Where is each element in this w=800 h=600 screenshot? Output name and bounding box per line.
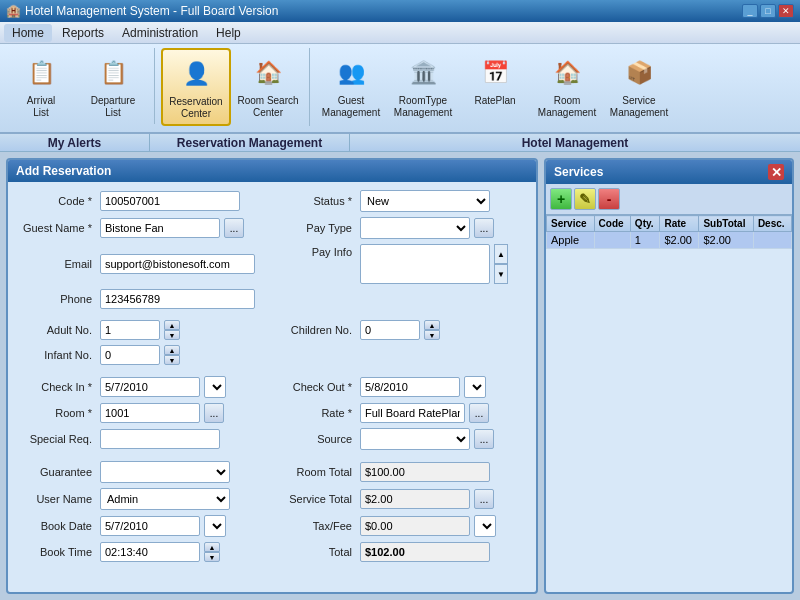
check-in-input[interactable] [100, 377, 200, 397]
guest-name-label: Guest Name * [16, 222, 96, 234]
infant-no-input[interactable] [100, 345, 160, 365]
toolbar: 📋 ArrivalList 📋 DepartureList 👤 Reservat… [0, 44, 800, 134]
services-table: Service Code Qty. Rate SubTotal Desc. Ap… [546, 215, 792, 592]
menu-help[interactable]: Help [208, 24, 249, 42]
add-reservation-title-text: Add Reservation [16, 164, 111, 178]
book-date-input[interactable] [100, 516, 200, 536]
infant-no-label: Infant No. [16, 349, 96, 361]
rateplan-label: RatePlan [474, 95, 515, 107]
book-time-spinner: ▲ ▼ [204, 542, 220, 562]
status-select[interactable]: New Confirmed Cancelled [360, 190, 490, 212]
booktime-col: Book Time ▲ ▼ [16, 542, 268, 562]
arrival-list-button[interactable]: 📋 ArrivalList [6, 48, 76, 124]
guarantee-select[interactable] [100, 461, 230, 483]
infant-no-spinner: ▲ ▼ [164, 345, 180, 365]
room-management-button[interactable]: 🏠 RoomManagement [532, 48, 602, 124]
adult-no-label: Adult No. [16, 324, 96, 336]
pay-type-browse-button[interactable]: ... [474, 218, 494, 238]
source-select[interactable] [360, 428, 470, 450]
rate-input[interactable] [360, 403, 465, 423]
service-total-browse-button[interactable]: ... [474, 489, 494, 509]
infant-no-up[interactable]: ▲ [164, 345, 180, 355]
roomtype-management-icon: 🏛️ [403, 53, 443, 93]
pay-info-scroll-up[interactable]: ▲ [494, 244, 508, 264]
close-button[interactable]: ✕ [778, 4, 794, 18]
room-management-icon: 🏠 [547, 53, 587, 93]
tax-fee-label: Tax/Fee [276, 520, 356, 532]
pay-type-select[interactable] [360, 217, 470, 239]
maximize-button[interactable]: □ [760, 4, 776, 18]
adult-no-input[interactable] [100, 320, 160, 340]
services-title-bar: Services ✕ [546, 160, 792, 184]
departure-list-icon: 📋 [93, 53, 133, 93]
adult-no-down[interactable]: ▼ [164, 330, 180, 340]
bookdate-col: Book Date [16, 515, 268, 537]
services-title-text: Services [554, 165, 603, 179]
toolbar-group-alerts: 📋 ArrivalList 📋 DepartureList [6, 48, 155, 124]
room-search-icon: 🏠 [248, 53, 288, 93]
paytype-col: Pay Type ... [276, 217, 528, 239]
phone-input[interactable] [100, 289, 255, 309]
rateplan-button[interactable]: 📅 RatePlan [460, 48, 530, 112]
booktime-total-row: Book Time ▲ ▼ Total [16, 542, 528, 562]
reservation-center-button[interactable]: 👤 ReservationCenter [161, 48, 231, 126]
check-in-select[interactable] [204, 376, 226, 398]
table-row[interactable]: Apple 1 $2.00 $2.00 [547, 232, 792, 249]
tax-fee-select[interactable] [474, 515, 496, 537]
add-reservation-dialog: Add Reservation Code * Status * New Conf… [6, 158, 538, 594]
hotel-management-section: Hotel Management [350, 134, 800, 151]
pay-info-scroll-down[interactable]: ▼ [494, 264, 508, 284]
departure-list-button[interactable]: 📋 DepartureList [78, 48, 148, 124]
check-out-select[interactable] [464, 376, 486, 398]
check-out-input[interactable] [360, 377, 460, 397]
adult-no-up[interactable]: ▲ [164, 320, 180, 330]
room-label: Room * [16, 407, 96, 419]
children-no-down[interactable]: ▼ [424, 330, 440, 340]
app-title: Hotel Management System - Full Board Ver… [25, 4, 278, 18]
special-req-input[interactable] [100, 429, 220, 449]
code-input[interactable] [100, 191, 240, 211]
children-no-up[interactable]: ▲ [424, 320, 440, 330]
service-management-button[interactable]: 📦 ServiceManagement [604, 48, 674, 124]
departure-list-label: DepartureList [91, 95, 135, 119]
guest-browse-button[interactable]: ... [224, 218, 244, 238]
menu-home[interactable]: Home [4, 24, 52, 42]
guestname-col: Guest Name * ... [16, 217, 268, 239]
rateplan-icon: 📅 [475, 53, 515, 93]
guest-management-button[interactable]: 👥 GuestManagement [316, 48, 386, 124]
room-search-center-button[interactable]: 🏠 Room SearchCenter [233, 48, 303, 124]
bookdate-taxfee-row: Book Date Tax/Fee [16, 515, 528, 537]
guest-name-input[interactable] [100, 218, 220, 238]
col-service: Service [547, 216, 595, 232]
room-total-label: Room Total [276, 466, 356, 478]
book-time-down[interactable]: ▼ [204, 552, 220, 562]
roomtype-management-button[interactable]: 🏛️ RoomTypeManagement [388, 48, 458, 124]
book-time-up[interactable]: ▲ [204, 542, 220, 552]
book-date-select[interactable] [204, 515, 226, 537]
menu-reports[interactable]: Reports [54, 24, 112, 42]
app-icon: 🏨 [6, 4, 21, 18]
email-input[interactable] [100, 254, 255, 274]
infant-no-down[interactable]: ▼ [164, 355, 180, 365]
guest-management-label: GuestManagement [322, 95, 380, 119]
source-browse-button[interactable]: ... [474, 429, 494, 449]
services-close-button[interactable]: ✕ [768, 164, 784, 180]
book-date-label: Book Date [16, 520, 96, 532]
user-name-select[interactable]: Admin [100, 488, 230, 510]
children-no-input[interactable] [360, 320, 420, 340]
services-toolbar: + ✎ - [546, 184, 792, 215]
services-delete-button[interactable]: - [598, 188, 620, 210]
code-status-row: Code * Status * New Confirmed Cancelled [16, 190, 528, 212]
services-edit-button[interactable]: ✎ [574, 188, 596, 210]
book-time-input[interactable] [100, 542, 200, 562]
room-browse-button[interactable]: ... [204, 403, 224, 423]
reservation-center-label: ReservationCenter [169, 96, 222, 120]
room-input[interactable] [100, 403, 200, 423]
services-add-button[interactable]: + [550, 188, 572, 210]
source-col: Source ... [276, 428, 528, 450]
pay-info-input[interactable] [360, 244, 490, 284]
rate-browse-button[interactable]: ... [469, 403, 489, 423]
minimize-button[interactable]: _ [742, 4, 758, 18]
menu-administration[interactable]: Administration [114, 24, 206, 42]
guarantee-roomtotal-row: Guarantee Room Total [16, 461, 528, 483]
